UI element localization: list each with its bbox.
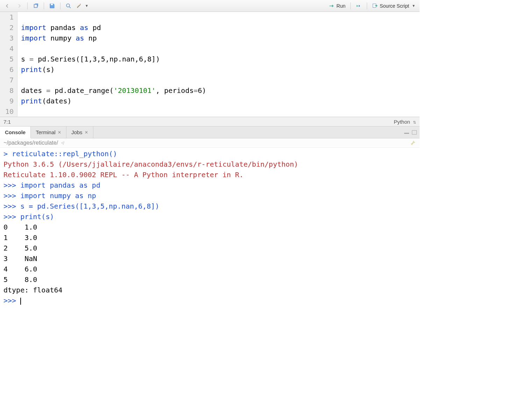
console-line: >>> (3, 295, 416, 306)
code-line[interactable]: s = pd.Series([1,3,5,np.nan,6,8]) (21, 54, 416, 64)
maximize-icon[interactable] (412, 130, 417, 135)
line-number: 7 (5, 75, 14, 85)
code-line[interactable]: dates = pd.date_range('20130101', period… (21, 85, 416, 96)
separator (350, 2, 351, 9)
separator (44, 2, 44, 9)
tab-console[interactable]: Console (0, 126, 31, 138)
cursor-position: 7:1 (3, 119, 11, 125)
broom-icon[interactable] (410, 140, 416, 146)
code-line[interactable]: import numpy as np (21, 33, 416, 43)
popout-button[interactable] (30, 2, 41, 10)
console-line: 0 1.0 (3, 222, 416, 232)
search-button[interactable] (63, 2, 74, 10)
separator (367, 2, 367, 9)
code-line[interactable]: import pandas as pd (21, 22, 416, 33)
console-line: > reticulate::repl_python() (3, 149, 416, 159)
run-button[interactable]: Run (327, 2, 348, 10)
code-editor[interactable]: 12345678910 import pandas as pdimport nu… (0, 12, 420, 117)
tab-label: Console (5, 129, 26, 135)
console-line: 1 3.0 (3, 232, 416, 243)
console-line: >>> import pandas as pd (3, 180, 416, 190)
line-gutter: 12345678910 (0, 12, 17, 117)
wand-button[interactable]: ▼ (74, 2, 91, 10)
svg-rect-4 (404, 133, 409, 134)
separator (60, 2, 60, 9)
console-line: >>> s = pd.Series([1,3,5,np.nan,6,8]) (3, 201, 416, 211)
run-label: Run (336, 3, 345, 9)
run-icon (329, 3, 335, 9)
code-line[interactable]: print(s) (21, 64, 416, 75)
editor-status-bar: 7:1 Python ⇅ (0, 117, 420, 126)
line-number: 6 (5, 64, 14, 75)
tab-label: Terminal (36, 129, 56, 135)
line-number: 9 (5, 96, 14, 106)
save-button[interactable] (47, 2, 57, 10)
cursor (20, 298, 21, 305)
line-number: 2 (5, 22, 14, 33)
close-icon[interactable]: ✕ (85, 130, 88, 135)
console-line: dtype: float64 (3, 285, 416, 295)
console-tabs: ConsoleTerminal✕Jobs✕ (0, 126, 420, 138)
console-line: 3 NaN (3, 253, 416, 264)
language-selector[interactable]: Python ⇅ (394, 119, 416, 125)
save-icon (49, 3, 55, 9)
working-dir: ~/packages/reticulate/ (3, 140, 58, 146)
console-output[interactable]: > reticulate::repl_python()Python 3.6.5 … (0, 148, 420, 306)
console-line: 4 6.0 (3, 264, 416, 274)
line-number: 4 (5, 43, 14, 54)
svg-rect-1 (51, 4, 53, 5)
forward-button[interactable] (14, 2, 24, 10)
line-number: 10 (5, 106, 14, 117)
line-number: 5 (5, 54, 14, 64)
svg-point-2 (66, 4, 70, 7)
share-icon[interactable] (60, 140, 66, 145)
close-icon[interactable]: ✕ (58, 130, 61, 135)
console-line: 2 5.0 (3, 243, 416, 253)
editor-toolbar: ▼ Run Source Script ▼ (0, 0, 420, 12)
console-line: >>> print(s) (3, 211, 416, 222)
code-line[interactable]: print(dates) (21, 96, 416, 106)
arrow-left-icon (4, 3, 10, 9)
separator (27, 2, 28, 9)
source-label: Source Script (380, 3, 409, 9)
back-button[interactable] (2, 2, 13, 10)
tab-label: Jobs (71, 129, 83, 135)
sort-icon: ⇅ (413, 120, 416, 124)
tab-terminal[interactable]: Terminal✕ (31, 126, 66, 138)
wand-icon (76, 3, 82, 9)
minimize-icon[interactable] (404, 131, 410, 134)
code-line[interactable] (21, 75, 416, 85)
search-icon (65, 3, 72, 9)
console-line: Python 3.6.5 (/Users/jjallaire/anaconda3… (3, 159, 416, 169)
console-line: 5 8.0 (3, 274, 416, 285)
tab-jobs[interactable]: Jobs✕ (66, 126, 93, 138)
console-path-bar: ~/packages/reticulate/ (0, 138, 420, 148)
popout-icon (33, 3, 39, 9)
arrow-right-icon (16, 3, 22, 9)
code-lines[interactable]: import pandas as pdimport numpy as np s … (17, 12, 420, 117)
console-line: >>> import numpy as np (3, 190, 416, 201)
rerun-button[interactable] (354, 2, 364, 10)
line-number: 3 (5, 33, 14, 43)
code-line[interactable] (21, 106, 416, 117)
chevron-down-icon: ▼ (85, 4, 88, 8)
rerun-icon (356, 3, 362, 9)
chevron-down-icon: ▼ (412, 4, 415, 8)
svg-rect-0 (34, 4, 37, 7)
line-number: 1 (5, 12, 14, 22)
code-line[interactable] (21, 43, 416, 54)
source-button[interactable]: Source Script ▼ (370, 2, 417, 10)
code-line[interactable] (21, 12, 416, 22)
line-number: 8 (5, 85, 14, 96)
console-line: Reticulate 1.10.0.9002 REPL -- A Python … (3, 169, 416, 180)
svg-rect-5 (412, 130, 417, 135)
source-icon (372, 3, 378, 9)
